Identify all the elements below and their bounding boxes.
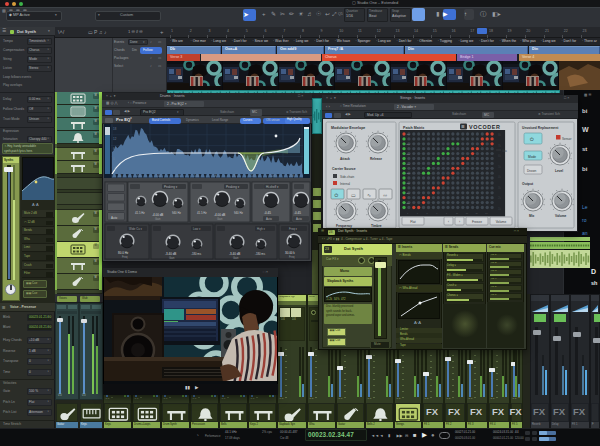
svg-text:-3.40 dB: -3.40 dB	[165, 252, 176, 256]
svg-text:940 Hz: 940 Hz	[234, 211, 243, 215]
svg-text:Sensor: Sensor	[562, 137, 572, 141]
svg-text:∾: ∾	[383, 192, 387, 198]
svg-text:Drown: Drown	[527, 169, 536, 173]
svg-text:Carrier Source: Carrier Source	[332, 167, 356, 171]
svg-text:Auto: Auto	[296, 217, 302, 221]
svg-text:Patch Matrix: Patch Matrix	[403, 126, 424, 130]
svg-text:Gain: Gain	[217, 217, 223, 221]
svg-text:Peaking ▾: Peaking ▾	[226, 185, 240, 189]
svg-text:Volume: Volume	[555, 214, 567, 218]
svg-text:Output: Output	[522, 182, 534, 186]
svg-text:Freq: Freq	[122, 255, 128, 259]
svg-text:Freeze: Freeze	[472, 220, 482, 224]
svg-text:Side-chain: Side-chain	[340, 175, 355, 179]
svg-text:41.5 Hz: 41.5 Hz	[135, 211, 145, 215]
svg-text:☰: ☰	[461, 124, 465, 129]
svg-text:Gas: Gas	[502, 149, 507, 153]
svg-text:Release: Release	[370, 157, 382, 161]
svg-text:Auto: Auto	[111, 216, 118, 220]
svg-text:Level: Level	[555, 169, 563, 173]
svg-text:-4.00 dB: -4.00 dB	[214, 213, 225, 217]
svg-text:-4.00 dB: -4.00 dB	[152, 213, 163, 217]
svg-text:Unvoiced Replacement: Unvoiced Replacement	[522, 126, 559, 130]
svg-text:Freq ▾: Freq ▾	[289, 227, 298, 231]
svg-text:⏻: ⏻	[530, 136, 534, 142]
svg-text:VOCODER: VOCODER	[469, 124, 500, 130]
svg-text:Freq: Freq	[289, 255, 295, 259]
svg-text:Low ▾: Low ▾	[193, 227, 201, 231]
svg-text:Gain: Gain	[233, 256, 239, 260]
svg-text:-0.45: -0.45	[294, 211, 301, 215]
svg-text:Hi-shelf ▾: Hi-shelf ▾	[266, 185, 279, 189]
svg-text:30.00 k: 30.00 k	[285, 251, 295, 255]
svg-text:Auto: Auto	[266, 217, 272, 221]
svg-text:Internal: Internal	[340, 182, 350, 186]
svg-text:Gain: Gain	[155, 217, 161, 221]
svg-text:Mode: Mode	[528, 155, 536, 159]
svg-text:Modulator Envelope: Modulator Envelope	[331, 126, 365, 130]
svg-text:940 Hz: 940 Hz	[172, 211, 181, 215]
svg-text:-180 ms: -180 ms	[255, 252, 266, 256]
svg-text:›: ›	[459, 220, 460, 224]
svg-text:-3.40 dB: -3.40 dB	[229, 252, 240, 256]
svg-text:Wide Cu ▾: Wide Cu ▾	[129, 227, 143, 231]
svg-text:▭: ▭	[351, 192, 356, 198]
svg-text:-0.45: -0.45	[264, 211, 271, 215]
svg-text:41.5 Hz: 41.5 Hz	[197, 211, 207, 215]
svg-text:High ▾: High ▾	[257, 227, 266, 231]
svg-text:Flat: Flat	[410, 220, 415, 224]
svg-text:‹: ‹	[448, 220, 449, 224]
svg-text:⏻: ⏻	[335, 192, 339, 198]
svg-text:Volume: Volume	[496, 220, 507, 224]
svg-text:∿: ∿	[367, 192, 371, 198]
svg-text:Gain: Gain	[169, 256, 175, 260]
svg-text:Peaking ▾: Peaking ▾	[164, 185, 178, 189]
svg-text:Attack: Attack	[340, 157, 350, 161]
svg-text:-180 ms: -180 ms	[191, 252, 202, 256]
svg-text:Mix: Mix	[529, 214, 535, 218]
svg-text:80.0 Hz: 80.0 Hz	[118, 251, 129, 255]
